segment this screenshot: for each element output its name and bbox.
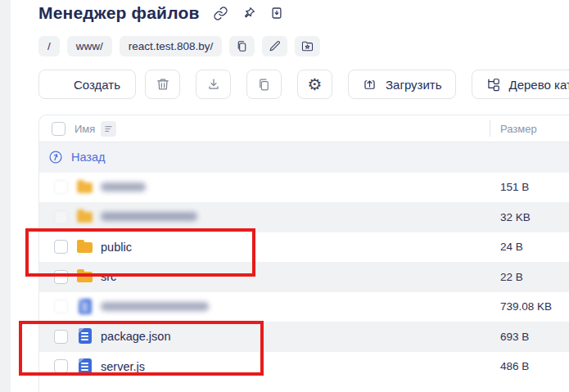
trash-icon xyxy=(155,76,171,92)
pin-icon[interactable] xyxy=(242,6,256,20)
file-size: 32 KB xyxy=(500,211,531,223)
redacted-file-name xyxy=(101,302,209,311)
back-icon xyxy=(47,149,64,165)
upload-icon xyxy=(362,77,377,92)
file-size: 24 B xyxy=(500,241,523,253)
column-size[interactable]: Размер xyxy=(500,123,537,135)
file-type-icon xyxy=(79,299,92,315)
create-button[interactable]: Создать xyxy=(38,70,136,99)
file-size: 486 B xyxy=(500,360,529,372)
table-row[interactable]: 151 B xyxy=(39,173,569,203)
breadcrumb-domain[interactable]: react.test.808.by/ xyxy=(120,36,223,56)
copy-path-icon[interactable] xyxy=(229,36,255,56)
file-type-icon xyxy=(77,179,93,196)
plus-circle-icon xyxy=(51,77,66,92)
file-name[interactable] xyxy=(101,300,209,313)
breadcrumb-www[interactable]: www/ xyxy=(67,36,112,56)
breadcrumb: / www/ react.test.808.by/ xyxy=(38,36,320,56)
redacted-file-name xyxy=(101,212,197,221)
gear-icon: ⚙ xyxy=(308,76,323,92)
back-row[interactable]: Назад xyxy=(39,142,569,173)
breadcrumb-root[interactable]: / xyxy=(38,36,60,56)
table-row[interactable]: 739.08 KB xyxy=(39,292,569,322)
page-title: Менеджер файлов xyxy=(38,3,200,23)
create-button-label: Создать xyxy=(74,78,120,92)
sort-icon[interactable] xyxy=(101,121,116,137)
file-name[interactable] xyxy=(101,210,197,223)
row-checkbox[interactable] xyxy=(54,210,68,224)
redacted-file-name xyxy=(101,182,146,191)
settings-button[interactable]: ⚙ xyxy=(297,70,332,99)
tree-button-label: Дерево каталогов xyxy=(509,78,569,92)
edit-path-icon[interactable] xyxy=(262,36,287,56)
row-checkbox[interactable] xyxy=(54,300,68,313)
back-label: Назад xyxy=(71,151,106,164)
file-size: 739.08 KB xyxy=(500,300,552,313)
column-name[interactable]: Имя xyxy=(75,123,95,135)
delete-button[interactable] xyxy=(145,70,180,99)
file-type-icon xyxy=(77,209,93,225)
file-size: 151 B xyxy=(500,181,529,193)
link-icon[interactable] xyxy=(213,6,228,21)
column-divider xyxy=(490,120,490,137)
tree-button[interactable]: Дерево каталогов xyxy=(472,70,569,99)
copy-icon xyxy=(256,77,272,92)
left-gutter xyxy=(0,0,11,392)
annotation-rect-folders xyxy=(25,228,255,277)
row-checkbox[interactable] xyxy=(54,180,68,194)
page-download-icon[interactable] xyxy=(269,6,284,20)
file-size: 693 B xyxy=(500,331,529,343)
table-header: Имя Размер xyxy=(39,115,569,142)
upload-button[interactable]: Загрузить xyxy=(348,70,456,99)
select-all-checkbox[interactable] xyxy=(52,122,65,136)
toolbar: Создать ⚙ Загрузить Дерево каталогов xyxy=(38,70,569,99)
file-size: 22 B xyxy=(500,271,523,283)
upload-button-label: Загрузить xyxy=(386,78,442,92)
download-icon xyxy=(205,76,222,92)
bookmark-folder-icon[interactable] xyxy=(295,36,320,56)
download-button[interactable] xyxy=(196,70,231,99)
page-header: Менеджер файлов xyxy=(38,3,284,23)
annotation-rect-files xyxy=(19,321,264,376)
file-name[interactable] xyxy=(101,181,146,194)
tree-icon xyxy=(485,77,501,92)
copy-button[interactable] xyxy=(246,70,282,99)
